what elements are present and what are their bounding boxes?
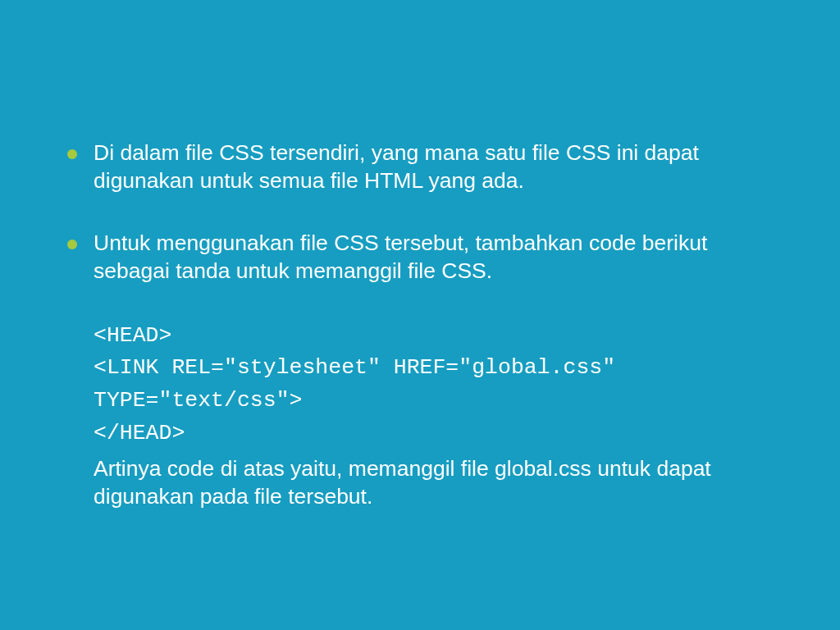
bullet-text-1: Di dalam file CSS tersendiri, yang mana … — [94, 139, 783, 195]
bullet-item-1: Di dalam file CSS tersendiri, yang mana … — [57, 139, 783, 195]
code-line-3: TYPE="text/css"> — [94, 385, 783, 418]
bullet-icon — [67, 240, 77, 249]
code-line-2: <LINK REL="stylesheet" HREF="global.css" — [94, 352, 783, 385]
bullet-item-2: Untuk menggunakan file CSS tersebut, tam… — [57, 230, 783, 285]
code-line-4: </HEAD> — [94, 418, 783, 450]
closing-text: Artinya code di atas yaitu, memanggil fi… — [94, 455, 783, 511]
bullet-icon — [67, 149, 77, 159]
code-line-1: <HEAD> — [94, 320, 783, 353]
bullet-text-2: Untuk menggunakan file CSS tersebut, tam… — [94, 230, 783, 285]
slide-content: Di dalam file CSS tersendiri, yang mana … — [0, 0, 840, 510]
